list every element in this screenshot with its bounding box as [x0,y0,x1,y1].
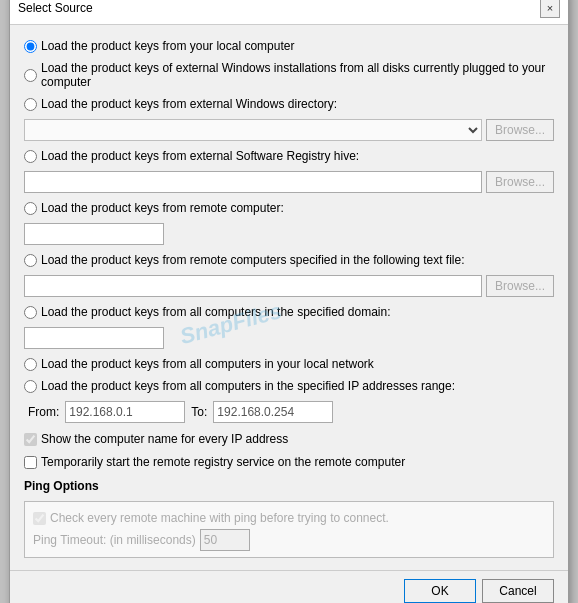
browse-dir-button[interactable]: Browse... [486,119,554,141]
radio-row-6: Load the product keys from remote comput… [24,253,554,267]
show-computer-name-label: Show the computer name for every IP addr… [41,432,288,446]
ping-section-label: Ping Options [24,479,554,493]
to-ip-input[interactable] [213,401,333,423]
radio-ip-range[interactable] [24,380,37,393]
ping-timeout-input[interactable] [200,529,250,551]
radio-external-disks-label: Load the product keys of external Window… [41,61,554,89]
start-registry-checkbox[interactable] [24,456,37,469]
software-registry-input[interactable] [24,171,482,193]
radio-local-label: Load the product keys from your local co… [41,39,294,53]
radio-row-7: Load the product keys from all computers… [24,305,554,319]
ping-timeout-label: Ping Timeout: (in milliseconds) [33,533,196,547]
from-ip-input[interactable] [65,401,185,423]
radio-external-dir-label: Load the product keys from external Wind… [41,97,337,111]
remote-computer-input[interactable] [24,223,164,245]
external-dir-select[interactable] [24,119,482,141]
radio-text-file[interactable] [24,254,37,267]
radio-row-9: Load the product keys from all computers… [24,379,554,393]
ping-check-row: Check every remote machine with ping bef… [33,511,545,525]
ping-timeout-row: Ping Timeout: (in milliseconds) [33,529,545,551]
radio-local[interactable] [24,40,37,53]
radio-external-dir[interactable] [24,98,37,111]
cancel-button[interactable]: Cancel [482,579,554,603]
close-button[interactable]: × [540,0,560,18]
to-label: To: [191,405,207,419]
software-registry-input-row: Browse... [24,171,554,193]
radio-row-4: Load the product keys from external Soft… [24,149,554,163]
text-file-input[interactable] [24,275,482,297]
domain-input-row [24,327,554,349]
start-registry-label: Temporarily start the remote registry se… [41,455,405,469]
radio-local-network[interactable] [24,358,37,371]
start-registry-row: Temporarily start the remote registry se… [24,455,554,469]
dialog-title: Select Source [18,1,93,15]
radio-remote-computer[interactable] [24,202,37,215]
browse-textfile-button[interactable]: Browse... [486,275,554,297]
radio-row-8: Load the product keys from all computers… [24,357,554,371]
external-dir-input-row: Browse... [24,119,554,141]
radio-text-file-label: Load the product keys from remote comput… [41,253,465,267]
radio-software-registry[interactable] [24,150,37,163]
radio-local-network-label: Load the product keys from all computers… [41,357,374,371]
radio-row-2: Load the product keys of external Window… [24,61,554,89]
radio-row-3: Load the product keys from external Wind… [24,97,554,111]
radio-domain[interactable] [24,306,37,319]
radio-remote-computer-label: Load the product keys from remote comput… [41,201,284,215]
show-computer-name-row: Show the computer name for every IP addr… [24,432,554,446]
browse-registry-button[interactable]: Browse... [486,171,554,193]
select-source-dialog: Select Source × Load the product keys fr… [9,0,569,603]
radio-row-5: Load the product keys from remote comput… [24,201,554,215]
domain-input[interactable] [24,327,164,349]
ok-button[interactable]: OK [404,579,476,603]
radio-external-disks[interactable] [24,69,37,82]
remote-computer-input-row [24,223,554,245]
show-computer-name-checkbox[interactable] [24,433,37,446]
radio-row-1: Load the product keys from your local co… [24,39,554,53]
radio-domain-label: Load the product keys from all computers… [41,305,391,319]
footer: OK Cancel [10,570,568,603]
ping-check-label: Check every remote machine with ping bef… [50,511,389,525]
ping-group: Check every remote machine with ping bef… [24,501,554,558]
ip-range-row: From: To: [24,401,554,423]
text-file-input-row: Browse... [24,275,554,297]
from-label: From: [28,405,59,419]
radio-software-registry-label: Load the product keys from external Soft… [41,149,359,163]
radio-ip-range-label: Load the product keys from all computers… [41,379,455,393]
ping-checkbox[interactable] [33,512,46,525]
dialog-content: Load the product keys from your local co… [10,25,568,570]
title-bar: Select Source × [10,0,568,25]
